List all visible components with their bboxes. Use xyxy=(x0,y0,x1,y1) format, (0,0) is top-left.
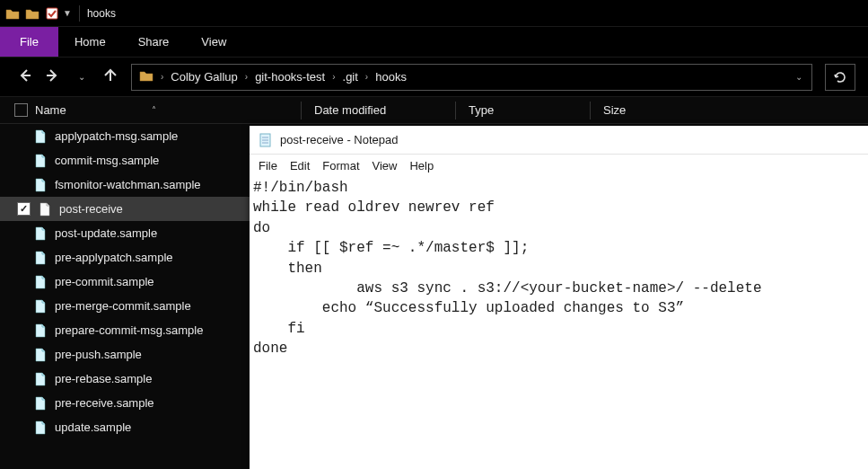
ribbon: File Home Share View xyxy=(0,27,868,58)
notepad-title: post-receive - Notepad xyxy=(280,133,399,146)
file-sample-icon xyxy=(33,372,48,386)
file-row[interactable]: pre-commit.sample xyxy=(0,270,250,294)
notepad-menu-edit[interactable]: Edit xyxy=(290,159,310,173)
file-name: pre-push.sample xyxy=(55,348,142,361)
window-title: hooks xyxy=(87,7,116,20)
forward-button[interactable] xyxy=(45,67,61,86)
checkbox-icon[interactable] xyxy=(45,6,59,21)
recent-locations-dropdown[interactable]: ⌄ xyxy=(74,72,90,82)
file-row[interactable]: pre-merge-commit.sample xyxy=(0,294,250,318)
separator xyxy=(79,5,80,22)
chevron-right-icon[interactable]: › xyxy=(330,72,337,82)
file-row[interactable]: fsmonitor-watchman.sample xyxy=(0,173,250,197)
file-name: prepare-commit-msg.sample xyxy=(55,323,203,337)
file-tab[interactable]: File xyxy=(0,27,58,57)
folder-icon xyxy=(5,6,20,21)
folder-icon xyxy=(25,6,39,21)
file-sample-icon xyxy=(33,348,48,362)
svg-rect-0 xyxy=(47,8,57,19)
tab-view[interactable]: View xyxy=(185,27,242,57)
file-sample-icon xyxy=(33,129,48,144)
column-headers: Name ˄ Date modified Type Size xyxy=(0,97,868,124)
file-sample-icon xyxy=(33,178,48,192)
tab-home[interactable]: Home xyxy=(58,27,122,57)
row-checkbox[interactable]: ✓ xyxy=(17,202,31,216)
notepad-icon xyxy=(259,133,273,147)
column-size[interactable]: Size xyxy=(590,102,697,119)
file-sample-icon xyxy=(33,323,48,338)
qat-dropdown-icon[interactable]: ▼ xyxy=(63,8,72,18)
chevron-right-icon[interactable]: › xyxy=(243,72,250,82)
breadcrumb[interactable]: git-hooks-test xyxy=(255,70,325,84)
file-list[interactable]: applypatch-msg.samplecommit-msg.samplefs… xyxy=(0,124,250,469)
explorer-titlebar: ▼ hooks xyxy=(0,0,868,27)
column-type[interactable]: Type xyxy=(455,102,590,119)
file-sample-icon xyxy=(33,299,48,314)
notepad-menu-help[interactable]: Help xyxy=(409,159,434,173)
address-bar[interactable]: › Colby Gallup › git-hooks-test › .git ›… xyxy=(131,64,812,91)
sort-indicator-icon: ˄ xyxy=(152,105,156,115)
breadcrumb[interactable]: .git xyxy=(343,70,358,84)
file-row[interactable]: pre-push.sample xyxy=(0,342,250,367)
chevron-right-icon[interactable]: › xyxy=(364,72,370,82)
nav-bar: ⌄ › Colby Gallup › git-hooks-test › .git… xyxy=(0,58,868,97)
file-name: commit-msg.sample xyxy=(55,154,159,167)
file-sample-icon xyxy=(33,275,48,289)
file-sample-icon xyxy=(33,226,48,241)
file-name: post-receive xyxy=(59,202,123,216)
notepad-menubar: File Edit Format View Help xyxy=(250,155,868,176)
notepad-window[interactable]: post-receive - Notepad File Edit Format … xyxy=(250,126,868,469)
breadcrumb[interactable]: Colby Gallup xyxy=(171,70,237,84)
tab-share[interactable]: Share xyxy=(122,27,186,57)
file-sample-icon xyxy=(33,396,48,411)
column-name[interactable]: Name ˄ xyxy=(35,103,301,117)
column-type-label: Type xyxy=(469,103,494,117)
folder-icon xyxy=(139,68,153,85)
chevron-right-icon[interactable]: › xyxy=(159,72,165,82)
file-name: fsmonitor-watchman.sample xyxy=(55,178,201,191)
file-row[interactable]: applypatch-msg.sample xyxy=(0,124,250,148)
file-row[interactable]: pre-receive.sample xyxy=(0,391,250,415)
notepad-content[interactable]: #!/bin/bash while read oldrev newrev ref… xyxy=(250,176,868,469)
file-row[interactable]: ✓post-receive xyxy=(0,197,250,221)
column-name-label: Name xyxy=(35,103,66,117)
file-sample-icon xyxy=(33,420,48,435)
up-button[interactable] xyxy=(102,66,118,85)
file-blank-icon xyxy=(38,202,52,217)
back-button[interactable] xyxy=(16,67,32,86)
file-name: pre-receive.sample xyxy=(55,396,154,410)
notepad-titlebar[interactable]: post-receive - Notepad xyxy=(250,126,868,155)
file-name: update.sample xyxy=(55,420,131,434)
column-size-label: Size xyxy=(603,103,626,117)
notepad-menu-file[interactable]: File xyxy=(259,159,277,173)
file-name: pre-applypatch.sample xyxy=(55,251,173,264)
file-sample-icon xyxy=(33,154,48,168)
file-row[interactable]: commit-msg.sample xyxy=(0,148,250,173)
select-all-checkbox[interactable] xyxy=(14,103,28,117)
file-row[interactable]: prepare-commit-msg.sample xyxy=(0,318,250,342)
file-sample-icon xyxy=(33,251,48,265)
file-row[interactable]: pre-applypatch.sample xyxy=(0,245,250,270)
column-date-label: Date modified xyxy=(314,103,386,117)
file-name: pre-merge-commit.sample xyxy=(55,299,191,313)
file-row[interactable]: pre-rebase.sample xyxy=(0,367,250,391)
notepad-menu-view[interactable]: View xyxy=(373,159,398,173)
file-name: post-update.sample xyxy=(55,226,157,240)
file-row[interactable]: post-update.sample xyxy=(0,221,250,245)
file-name: pre-commit.sample xyxy=(55,275,154,288)
file-name: pre-rebase.sample xyxy=(55,372,152,385)
refresh-button[interactable] xyxy=(825,64,855,91)
notepad-menu-format[interactable]: Format xyxy=(322,159,359,173)
breadcrumb[interactable]: hooks xyxy=(375,70,407,84)
column-date[interactable]: Date modified xyxy=(301,102,455,119)
address-dropdown-icon[interactable]: ⌄ xyxy=(795,72,802,82)
file-name: applypatch-msg.sample xyxy=(55,129,178,143)
file-row[interactable]: update.sample xyxy=(0,415,250,439)
